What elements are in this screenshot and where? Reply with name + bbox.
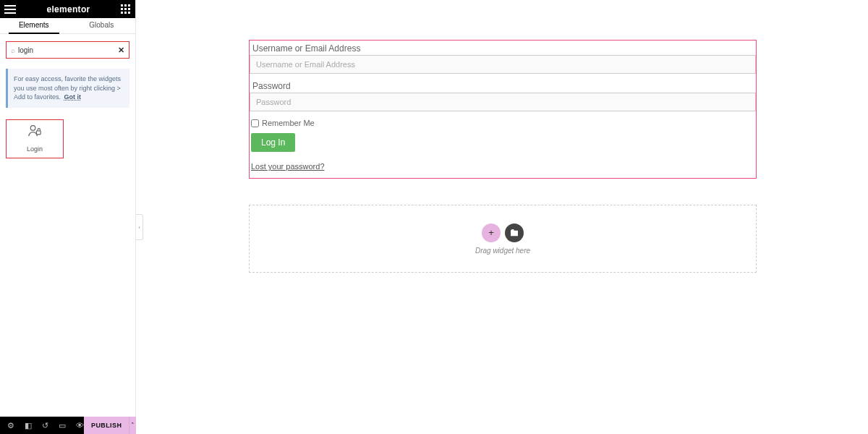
- password-label: Password: [250, 81, 756, 93]
- panel-collapse-handle[interactable]: ‹: [136, 214, 143, 240]
- lost-password-link[interactable]: Lost your password?: [251, 162, 325, 171]
- svg-point-0: [30, 126, 35, 131]
- publish-button[interactable]: PUBLISH: [84, 417, 129, 434]
- drop-zone-buttons: +: [482, 224, 524, 242]
- responsive-icon[interactable]: ▭: [59, 421, 66, 430]
- tip-gotit-link[interactable]: Got it: [64, 93, 82, 101]
- drop-zone-text: Drag widget here: [475, 247, 530, 255]
- clear-search-icon[interactable]: ✕: [118, 46, 124, 55]
- login-widget-icon: [27, 124, 42, 141]
- publish-options-caret[interactable]: ˄: [129, 417, 136, 434]
- remember-me-label: Remember Me: [262, 119, 315, 127]
- settings-icon[interactable]: ⚙: [7, 421, 14, 430]
- login-submit-button[interactable]: Log In: [251, 133, 295, 152]
- username-input[interactable]: [250, 55, 756, 74]
- brand-logo: elementor: [46, 4, 90, 14]
- editor-canvas: ‹ Username or Email Address Password Rem…: [136, 0, 868, 434]
- panel-tabs: Elements Globals: [0, 18, 135, 34]
- panel-header: elementor: [0, 0, 135, 18]
- login-form-widget[interactable]: Username or Email Address Password Remem…: [249, 40, 757, 179]
- history-icon[interactable]: ↺: [42, 421, 48, 430]
- tab-globals[interactable]: Globals: [68, 18, 136, 33]
- svg-rect-1: [36, 131, 41, 135]
- remember-me-checkbox[interactable]: [251, 119, 259, 127]
- widget-drop-zone[interactable]: + Drag widget here: [249, 205, 757, 273]
- add-template-button[interactable]: [505, 224, 524, 242]
- widget-login-label: Login: [27, 145, 43, 153]
- remember-me-row[interactable]: Remember Me: [251, 119, 756, 127]
- widget-search-input[interactable]: [18, 46, 118, 54]
- editor-panel: elementor Elements Globals ⌕ ✕ For easy …: [0, 0, 136, 434]
- footer-tools: ⚙ ◧ ↺ ▭ 👁: [0, 421, 84, 430]
- search-icon: ⌕: [11, 46, 15, 54]
- panel-footer: ⚙ ◧ ↺ ▭ 👁 PUBLISH ˄: [0, 417, 136, 434]
- username-label: Username or Email Address: [250, 43, 756, 55]
- password-input[interactable]: [250, 93, 756, 111]
- apps-grid-icon[interactable]: [121, 4, 131, 14]
- favorites-tip: For easy access, favorite the widgets yo…: [6, 69, 129, 108]
- navigator-icon[interactable]: ◧: [25, 421, 32, 430]
- widget-search-row: ⌕ ✕: [6, 41, 129, 59]
- menu-icon[interactable]: [4, 5, 16, 14]
- preview-icon[interactable]: 👁: [76, 421, 84, 430]
- tab-elements[interactable]: Elements: [0, 18, 68, 33]
- add-section-button[interactable]: +: [482, 224, 501, 242]
- widget-login[interactable]: Login: [6, 119, 64, 158]
